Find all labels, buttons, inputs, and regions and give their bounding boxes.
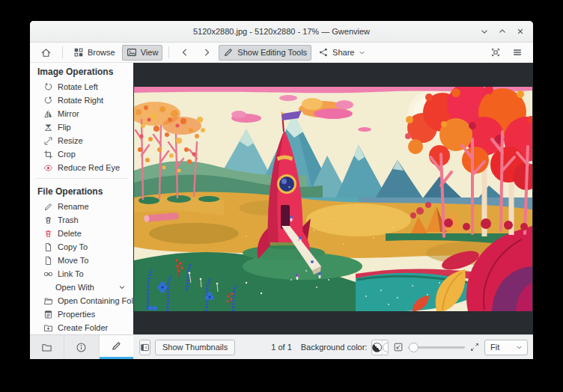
background-color-swatches [371, 340, 389, 355]
gwenview-window: 5120x2880.jpg - 5120x2880 - 17% — Gwenvi… [30, 21, 533, 359]
next-button[interactable] [197, 45, 216, 61]
rotate-right-icon [43, 96, 53, 105]
view-button[interactable]: View [122, 45, 163, 61]
sidebar-toggle-icon [140, 343, 150, 352]
window-controls [478, 25, 526, 37]
sidebar-item-rotate-left[interactable]: Rotate Left [30, 80, 133, 94]
close-icon[interactable] [514, 25, 526, 37]
fullscreen-button[interactable] [486, 45, 505, 61]
resize-icon [43, 136, 53, 146]
sidebar-tabs [30, 334, 133, 359]
toolbar-separator [168, 46, 169, 58]
image-counter: 1 of 1 [271, 343, 292, 352]
info-icon [76, 342, 87, 353]
hamburger-menu-icon [512, 47, 523, 58]
share-label: Share [332, 48, 354, 57]
tab-folders[interactable] [30, 335, 64, 359]
zoom-fit-icon[interactable] [393, 342, 404, 352]
sidebar-item-properties[interactable]: Properties [30, 307, 133, 321]
sidebar-item-flip[interactable]: Flip [30, 120, 133, 134]
copy-icon [43, 242, 53, 252]
sidebar-item-open-with[interactable]: Open With [30, 281, 133, 294]
show-thumbnails-button[interactable]: Show Thumbnails [155, 340, 235, 355]
sidebar-item-mirror[interactable]: Mirror [30, 107, 133, 120]
tab-operations[interactable] [100, 335, 133, 359]
folder-new-icon [43, 323, 53, 333]
fullscreen-icon [490, 47, 501, 58]
sidebar-item-trash[interactable]: Trash [30, 213, 133, 227]
section-title-image-operations: Image Operations [30, 63, 133, 80]
zoom-slider-handle[interactable] [409, 343, 419, 352]
properties-icon [43, 310, 53, 319]
chevron-right-icon [201, 47, 212, 58]
pencil-icon [223, 47, 234, 58]
toolbar-separator [62, 46, 63, 58]
share-icon [318, 47, 329, 58]
red-eye-icon [43, 163, 53, 173]
folder-open-icon [43, 296, 53, 306]
sidebar-item-open-containing-folder[interactable]: Open Containing Folder [30, 294, 133, 307]
home-button[interactable] [36, 45, 56, 61]
operations-sidebar: Image Operations Rotate Left Rotate Righ… [30, 63, 133, 334]
background-color-label: Background color: [301, 343, 368, 352]
previous-button[interactable] [175, 45, 195, 61]
sidebar-item-crop[interactable]: Crop [30, 147, 133, 161]
flip-icon [43, 123, 53, 132]
titlebar[interactable]: 5120x2880.jpg - 5120x2880 - 17% — Gwenvi… [30, 21, 533, 43]
chevron-left-icon [180, 47, 190, 58]
sidebar-item-rotate-right[interactable]: Rotate Right [30, 94, 133, 107]
minimize-icon[interactable] [478, 25, 490, 37]
sidebar-item-copy-to[interactable]: Copy To [30, 240, 133, 254]
main-toolbar: Browse View Show Editing Tools Share [30, 43, 533, 63]
show-editing-tools-label: Show Editing Tools [237, 48, 307, 57]
zoom-slider[interactable] [408, 340, 465, 355]
view-image-icon [127, 47, 137, 58]
background-white-swatch[interactable] [383, 340, 389, 355]
sidebar-item-resize[interactable]: Resize [30, 134, 133, 147]
menu-button[interactable] [508, 45, 527, 61]
maximize-icon[interactable] [496, 25, 508, 37]
sidebar-item-reduce-red-eye[interactable]: Reduce Red Eye [30, 161, 133, 174]
sidebar-item-create-folder[interactable]: Create Folder [30, 321, 133, 334]
sidebar-item-delete[interactable]: Delete [30, 227, 133, 240]
crop-icon [43, 150, 53, 159]
toggle-sidebar-button[interactable] [139, 340, 150, 355]
zoom-mode-value: Fit [490, 343, 499, 352]
rename-icon [43, 202, 53, 212]
background-auto-swatch[interactable] [372, 340, 383, 355]
mirror-icon [43, 109, 53, 119]
image-canvas[interactable] [133, 63, 533, 334]
show-editing-tools-button[interactable]: Show Editing Tools [219, 45, 311, 61]
delete-icon [43, 229, 53, 239]
browse-label: Browse [88, 48, 115, 57]
view-label: View [141, 48, 159, 57]
section-title-file-operations: File Operations [30, 183, 133, 200]
sidebar-item-link-to[interactable]: Link To [30, 267, 133, 281]
sidebar-item-rename[interactable]: Rename [30, 200, 133, 213]
folder-icon [41, 342, 52, 353]
chevron-down-icon [358, 49, 366, 57]
browse-grid-icon [73, 47, 84, 58]
share-button[interactable]: Share [314, 45, 371, 61]
window-title: 5120x2880.jpg - 5120x2880 - 17% — Gwenvi… [30, 21, 533, 42]
chevron-down-icon [515, 343, 523, 352]
tab-information[interactable] [64, 335, 99, 359]
home-icon [40, 47, 52, 58]
chevron-down-icon [118, 283, 127, 292]
sidebar-item-move-to[interactable]: Move To [30, 254, 133, 267]
pencil-icon [111, 340, 122, 352]
statusbar: Show Thumbnails 1 of 1 Background color:… [133, 334, 533, 359]
move-icon [43, 256, 53, 266]
artwork-illustration [134, 87, 532, 311]
link-icon [43, 269, 53, 279]
zoom-mode-select[interactable]: Fit [484, 340, 528, 355]
zoom-original-icon[interactable] [469, 342, 480, 352]
trash-icon [43, 215, 53, 225]
browse-button[interactable]: Browse [69, 45, 120, 61]
rotate-left-icon [43, 82, 53, 92]
sidebar-separator [36, 178, 127, 179]
